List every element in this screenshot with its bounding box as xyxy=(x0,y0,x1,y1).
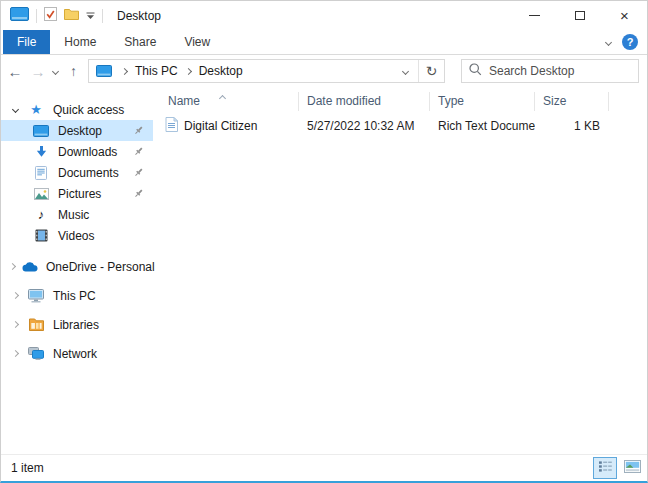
sidebar-item-libraries[interactable]: Libraries xyxy=(1,314,153,335)
forward-button[interactable]: → xyxy=(27,58,49,84)
qat-separator xyxy=(36,9,37,23)
sidebar-item-pictures[interactable]: Pictures xyxy=(1,183,153,204)
minimize-button[interactable] xyxy=(512,1,557,30)
breadcrumb-this-pc[interactable]: This PC xyxy=(132,64,181,78)
cloud-icon xyxy=(22,261,38,272)
window-desktop-icon xyxy=(10,7,29,24)
column-header-name[interactable]: Name xyxy=(160,92,299,111)
properties-icon[interactable] xyxy=(44,7,57,24)
navigation-pane: ★ Quick access Desktop Downloads xyxy=(1,87,153,454)
customize-qat-chevron-icon[interactable] xyxy=(86,9,95,23)
expand-chevron-icon[interactable] xyxy=(10,264,15,269)
maximize-button[interactable] xyxy=(557,1,602,30)
back-arrow-icon: ← xyxy=(8,63,23,80)
pin-icon xyxy=(133,146,144,160)
pin-icon xyxy=(133,167,144,181)
search-input[interactable] xyxy=(489,64,631,78)
download-arrow-icon xyxy=(32,145,50,158)
navigation-toolbar: ← → ↑ This PC Desktop ↻ xyxy=(1,55,647,87)
item-count: 1 item xyxy=(11,461,44,475)
details-view-icon xyxy=(598,460,613,476)
music-note-icon: ♪ xyxy=(32,208,50,221)
details-view-button[interactable] xyxy=(593,457,617,479)
desktop-icon xyxy=(32,125,50,137)
sidebar-item-label: Network xyxy=(53,347,97,361)
sidebar-item-quick-access[interactable]: ★ Quick access xyxy=(1,99,153,120)
computer-icon xyxy=(27,289,45,303)
file-row[interactable]: Digital Citizen 5/27/2022 10:32 AM Rich … xyxy=(160,115,647,136)
file-explorer-window: Desktop × File Home Share View ? ← → ↑ T… xyxy=(0,0,648,483)
breadcrumb-chevron-icon[interactable] xyxy=(181,69,196,74)
expand-chevron-icon[interactable] xyxy=(10,351,20,356)
close-icon: × xyxy=(620,8,629,23)
pin-icon xyxy=(133,125,144,139)
sidebar-item-this-pc[interactable]: This PC xyxy=(1,285,153,306)
chevron-down-icon xyxy=(402,67,409,74)
sidebar-item-label: Videos xyxy=(58,229,94,243)
title-bar: Desktop × xyxy=(1,1,647,30)
breadcrumb-chevron-icon[interactable] xyxy=(117,69,132,74)
sidebar-item-label: Quick access xyxy=(53,103,124,117)
column-headers: Name Date modified Type Size xyxy=(160,89,647,113)
file-name-cell[interactable]: Digital Citizen xyxy=(160,117,299,135)
help-icon: ? xyxy=(627,36,634,48)
quick-access-star-icon: ★ xyxy=(27,103,45,116)
sidebar-item-desktop[interactable]: Desktop xyxy=(1,120,153,141)
help-button[interactable]: ? xyxy=(622,34,638,50)
file-list-pane: Name Date modified Type Size Digital Cit… xyxy=(153,87,647,454)
address-bar[interactable]: This PC Desktop ↻ xyxy=(88,59,445,83)
sidebar-item-downloads[interactable]: Downloads xyxy=(1,141,153,162)
file-date-modified: 5/27/2022 10:32 AM xyxy=(299,119,430,133)
qat-separator xyxy=(102,9,103,23)
column-header-date-modified[interactable]: Date modified xyxy=(299,92,430,111)
breadcrumb-desktop[interactable]: Desktop xyxy=(196,64,246,78)
view-toggle-buttons xyxy=(593,457,644,479)
sidebar-item-label: Libraries xyxy=(53,318,99,332)
sidebar-item-videos[interactable]: Videos xyxy=(1,225,153,246)
location-desktop-icon xyxy=(89,65,117,77)
up-button[interactable]: ↑ xyxy=(62,58,85,84)
back-button[interactable]: ← xyxy=(3,58,27,84)
collapse-chevron-icon[interactable] xyxy=(10,107,20,112)
minimize-icon xyxy=(529,15,540,16)
recent-locations-button[interactable] xyxy=(49,58,62,84)
film-icon xyxy=(32,229,50,242)
sidebar-item-label: This PC xyxy=(53,289,96,303)
column-header-type[interactable]: Type xyxy=(430,92,535,111)
main-area: ★ Quick access Desktop Downloads xyxy=(1,87,647,454)
large-icons-view-button[interactable] xyxy=(620,457,644,479)
network-icon xyxy=(27,347,45,360)
tab-home[interactable]: Home xyxy=(50,30,110,54)
expand-chevron-icon[interactable] xyxy=(10,322,20,327)
column-header-size[interactable]: Size xyxy=(535,92,609,111)
pin-icon xyxy=(133,188,144,202)
refresh-button[interactable]: ↻ xyxy=(418,60,444,82)
sidebar-item-documents[interactable]: Documents xyxy=(1,162,153,183)
sort-ascending-icon xyxy=(220,90,225,104)
search-box[interactable] xyxy=(461,59,639,83)
sidebar-item-onedrive[interactable]: OneDrive - Personal xyxy=(1,256,153,277)
document-icon xyxy=(32,166,50,180)
close-button[interactable]: × xyxy=(602,1,647,30)
ribbon-tab-bar: File Home Share View ? xyxy=(1,30,647,55)
maximize-icon xyxy=(575,11,585,20)
up-arrow-icon: ↑ xyxy=(70,63,77,79)
tab-file[interactable]: File xyxy=(3,30,50,54)
file-name: Digital Citizen xyxy=(184,119,257,133)
refresh-icon: ↻ xyxy=(426,63,438,79)
picture-icon xyxy=(32,188,50,200)
expand-ribbon-chevron-icon[interactable] xyxy=(605,38,612,45)
tab-share[interactable]: Share xyxy=(110,30,170,54)
expand-chevron-icon[interactable] xyxy=(10,293,20,298)
tab-view[interactable]: View xyxy=(170,30,224,54)
sidebar-item-music[interactable]: ♪ Music xyxy=(1,204,153,225)
window-controls: × xyxy=(512,1,647,30)
chevron-down-icon xyxy=(52,67,59,74)
new-folder-icon[interactable] xyxy=(64,8,79,24)
file-size: 1 KB xyxy=(535,119,609,133)
file-type: Rich Text Document xyxy=(430,119,535,133)
window-title: Desktop xyxy=(117,9,161,23)
address-dropdown-button[interactable] xyxy=(393,60,418,82)
rtf-document-icon xyxy=(165,117,178,135)
sidebar-item-network[interactable]: Network xyxy=(1,343,153,364)
